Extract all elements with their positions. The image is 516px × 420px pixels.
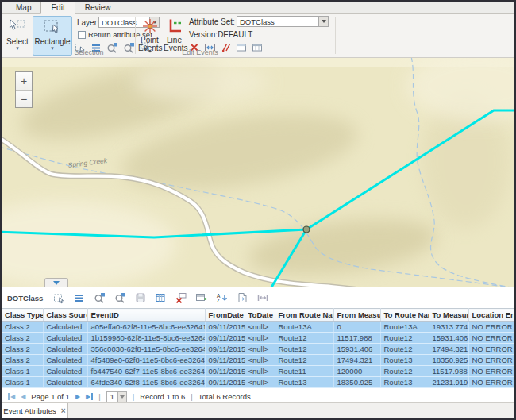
table-cell[interactable]: 18350.925 (429, 355, 468, 366)
table-cell[interactable]: Class 2 (2, 355, 43, 366)
table-cell[interactable]: Calculated (43, 322, 87, 333)
column-header[interactable]: FromDate (205, 309, 245, 322)
table-cell[interactable]: Class 2 (2, 333, 43, 344)
attribute-set-dropdown-arrow[interactable] (318, 17, 328, 26)
table-cell[interactable]: NO ERROR (468, 377, 516, 388)
table-cell[interactable]: 09/11/2015 (205, 344, 245, 355)
table-cell[interactable]: Class 2 (2, 344, 43, 355)
tab-review[interactable]: Review (75, 2, 121, 13)
table-cell[interactable]: Route13 (380, 355, 429, 366)
table-row[interactable]: Class 2Calculated356c0030-62f8-11e5-8bc6… (2, 344, 516, 355)
grid-pan-selected-icon[interactable] (114, 292, 126, 303)
column-header[interactable]: To Route Name (380, 309, 429, 322)
table-cell[interactable]: fb447540-62f7-11e5-8bc6-ee32641d5ec9 (87, 366, 205, 377)
table-cell[interactable]: NO ERROR (468, 322, 516, 333)
grid-table-icon[interactable] (155, 292, 166, 303)
table-cell[interactable]: 11517.988 (333, 333, 380, 344)
table-cell[interactable]: NO ERROR (468, 333, 516, 344)
table-cell[interactable]: Calculated (43, 355, 87, 366)
grid-attribute-page-icon[interactable] (237, 292, 248, 303)
grid-list-icon[interactable] (74, 292, 85, 303)
grid-add-record-icon[interactable] (195, 292, 207, 303)
table-cell[interactable]: Calculated (43, 344, 87, 355)
tab-map[interactable]: Map (6, 2, 40, 13)
table-cell[interactable]: Route13 (380, 377, 429, 388)
table-row[interactable]: Class 2Calculateda05effa0-62f8-11e5-8bc6… (2, 322, 516, 333)
column-header[interactable]: To Measure (429, 309, 468, 322)
table-cell[interactable]: Route12 (275, 333, 333, 344)
table-cell[interactable]: 120000 (333, 366, 380, 377)
table-cell[interactable]: NO ERROR (468, 344, 516, 355)
column-header[interactable]: From Route Name (275, 309, 333, 322)
table-cell[interactable]: 17494.321 (429, 344, 468, 355)
tab-edit[interactable]: Edit (40, 2, 75, 14)
column-header[interactable]: EventID (87, 309, 205, 322)
column-header[interactable]: Class Source (43, 309, 87, 322)
tab-event-attributes[interactable]: Event Attributes × (2, 403, 68, 418)
return-attribute-set-checkbox[interactable] (78, 31, 86, 39)
table-cell[interactable]: 0 (333, 322, 380, 333)
table-cell[interactable]: 17494.321 (333, 355, 380, 366)
table-row[interactable]: Class 2Calculated1b159980-62f8-11e5-8bc6… (2, 333, 516, 344)
table-row[interactable]: Class 2Calculated4f5489e0-62f8-11e5-8bc6… (2, 355, 516, 366)
zoom-out-button[interactable]: − (16, 90, 32, 107)
select-dropdown-caret[interactable]: ▾ (5, 46, 30, 50)
table-cell[interactable]: Route12 (275, 355, 333, 366)
attribute-set-combobox[interactable]: DOTClass (237, 16, 329, 27)
page-number-dropdown[interactable]: 1 (106, 391, 127, 403)
table-cell[interactable]: 09/11/2015 (205, 366, 245, 377)
table-cell[interactable]: Calculated (43, 377, 87, 388)
table-cell[interactable]: Route12 (275, 344, 333, 355)
table-cell[interactable]: <null> (245, 366, 275, 377)
map-view[interactable]: Spring Creek + − (2, 58, 514, 287)
table-cell[interactable]: 11517.988 (429, 366, 468, 377)
table-cell[interactable]: Class 1 (2, 377, 43, 388)
table-cell[interactable]: Calculated (43, 366, 87, 377)
table-cell[interactable]: Class 1 (2, 366, 43, 377)
first-page-button[interactable]: ◀ (8, 393, 15, 400)
column-header[interactable]: Location Error (468, 309, 516, 322)
grid-sort-icon[interactable]: AZ (216, 292, 228, 303)
column-header[interactable]: From Measure (333, 309, 380, 322)
table-cell[interactable]: Route12 (380, 333, 429, 344)
table-cell[interactable]: <null> (245, 355, 275, 366)
column-header[interactable]: ToDate (245, 309, 275, 322)
table-cell[interactable]: 15931.406 (429, 333, 468, 344)
column-header[interactable]: Class Type (2, 309, 43, 322)
grid-measure-icon[interactable] (256, 292, 269, 303)
table-cell[interactable]: 18350.925 (333, 377, 380, 388)
table-cell[interactable]: <null> (245, 344, 275, 355)
table-cell[interactable]: NO ERROR (468, 366, 516, 377)
table-cell[interactable]: <null> (245, 377, 275, 388)
event-attributes-window-icon[interactable] (236, 42, 247, 52)
point-events-button[interactable]: Point Events (137, 16, 162, 56)
table-cell[interactable]: 09/11/2015 (205, 322, 245, 333)
table-cell[interactable]: <null> (245, 333, 275, 344)
table-cell[interactable]: Route13A (380, 322, 429, 333)
map-canvas[interactable]: Spring Creek (2, 58, 514, 287)
table-cell[interactable]: 64fde340-62f8-11e5-8bc6-ee32641d5ec9 (87, 377, 205, 388)
grid-select-icon[interactable] (53, 292, 65, 304)
table-cell[interactable]: NO ERROR (468, 355, 516, 366)
table-cell[interactable]: Route13 (275, 377, 333, 388)
table-cell[interactable]: 09/11/2015 (205, 377, 245, 388)
event-table-window-icon[interactable] (252, 42, 263, 52)
grid-save-icon[interactable] (135, 292, 146, 303)
grid-delete-icon[interactable] (175, 292, 187, 303)
close-icon[interactable]: × (61, 407, 66, 415)
select-tool-button[interactable]: Select ▾ (4, 16, 31, 56)
zoom-in-button[interactable]: + (16, 72, 32, 90)
table-cell[interactable]: 1b159980-62f8-11e5-8bc6-ee32641d5ec9 (87, 333, 205, 344)
panel-collapse-tab[interactable] (44, 278, 68, 287)
table-cell[interactable]: 09/11/2015 (205, 355, 245, 366)
pan-to-selection-icon[interactable] (123, 42, 135, 53)
table-cell[interactable]: 21231.919 (429, 377, 468, 388)
table-cell[interactable]: a05effa0-62f8-11e5-8bc6-ee32641d5ec9 (87, 322, 205, 333)
table-cell[interactable]: 4f5489e0-62f8-11e5-8bc6-ee32641d5ec9 (87, 355, 205, 366)
table-cell[interactable]: Class 2 (2, 322, 43, 333)
last-page-button[interactable]: ▶ (86, 393, 93, 400)
table-row[interactable]: Class 1Calculatedfb447540-62f7-11e5-8bc6… (2, 366, 516, 377)
table-cell[interactable]: Route12 (380, 366, 429, 377)
table-cell[interactable]: Route11 (275, 366, 333, 377)
table-cell[interactable]: Calculated (43, 333, 87, 344)
